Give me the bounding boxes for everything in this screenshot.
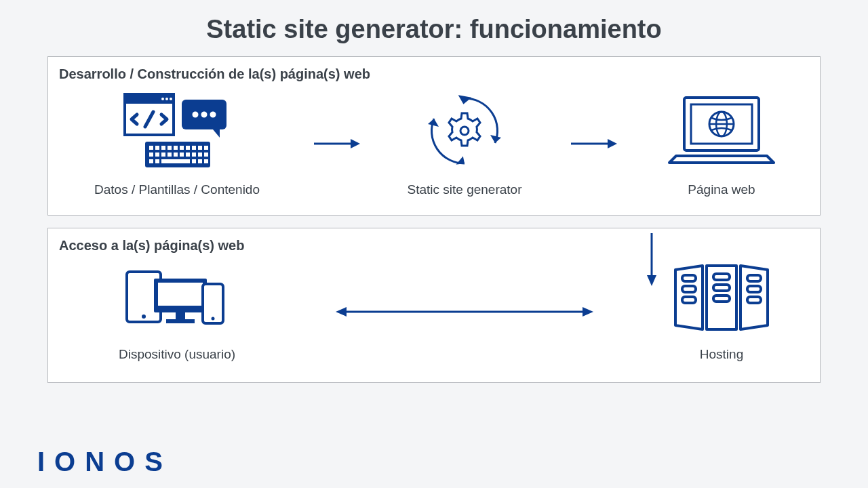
laptop-globe-icon — [664, 90, 779, 171]
svg-point-9 — [201, 112, 208, 118]
svg-rect-58 — [176, 312, 185, 319]
svg-rect-16 — [174, 146, 178, 150]
panel-access: Acceso a la(s) página(s) web — [47, 228, 821, 383]
svg-point-55 — [142, 314, 146, 319]
arrow-right-icon — [570, 136, 617, 152]
svg-rect-57 — [158, 283, 203, 306]
svg-rect-32 — [149, 159, 153, 163]
step-webpage-label: Página web — [688, 182, 755, 197]
svg-rect-30 — [198, 152, 202, 157]
panel-access-row: Dispositivo (usuario) — [48, 256, 820, 382]
svg-rect-59 — [166, 319, 195, 323]
svg-point-3 — [165, 98, 168, 100]
server-icon — [667, 262, 776, 336]
svg-line-5 — [145, 112, 153, 127]
svg-rect-65 — [707, 266, 736, 329]
gear-cycle-icon — [420, 90, 509, 171]
svg-marker-40 — [457, 95, 472, 105]
svg-rect-36 — [198, 159, 202, 163]
svg-rect-20 — [198, 146, 202, 150]
svg-point-8 — [193, 112, 199, 118]
svg-rect-18 — [186, 146, 190, 150]
arrow-bidirectional-icon — [285, 304, 644, 320]
svg-rect-23 — [155, 152, 159, 157]
svg-rect-24 — [161, 152, 165, 157]
svg-point-44 — [460, 127, 469, 135]
arrow-down-icon — [645, 233, 658, 286]
svg-rect-37 — [204, 159, 208, 163]
svg-rect-27 — [180, 152, 184, 157]
svg-marker-7 — [213, 129, 220, 138]
svg-rect-13 — [155, 146, 159, 150]
svg-rect-35 — [192, 159, 196, 163]
step-data-templates: Datos / Plantillas / Contenido — [68, 90, 285, 197]
node-device-label: Dispositivo (usuario) — [119, 347, 235, 362]
svg-rect-28 — [186, 152, 190, 157]
svg-rect-15 — [167, 146, 172, 150]
step-webpage: Página web — [644, 90, 800, 197]
svg-point-61 — [212, 317, 215, 321]
svg-marker-53 — [647, 275, 656, 286]
step-data-label: Datos / Plantillas / Contenido — [94, 182, 260, 197]
step-generator-label: Static site generator — [408, 182, 522, 197]
node-device: Dispositivo (usuario) — [68, 262, 285, 362]
panel-development-heading: Desarrollo / Construcción de la(s) págin… — [48, 57, 820, 85]
svg-rect-34 — [161, 159, 190, 163]
panel-access-heading: Acceso a la(s) página(s) web — [48, 228, 820, 256]
svg-rect-21 — [204, 146, 208, 150]
svg-marker-63 — [336, 307, 347, 317]
arrow-right-icon — [313, 136, 360, 152]
panel-development: Desarrollo / Construcción de la(s) págin… — [47, 56, 821, 216]
svg-point-10 — [210, 112, 216, 118]
node-hosting-label: Hosting — [700, 347, 743, 362]
svg-rect-12 — [149, 146, 153, 150]
svg-rect-22 — [149, 152, 153, 157]
svg-rect-31 — [204, 152, 208, 157]
brand-logo: IONOS — [37, 447, 172, 477]
svg-point-4 — [170, 98, 172, 100]
svg-rect-25 — [167, 152, 172, 157]
svg-marker-39 — [351, 139, 360, 148]
page-title: Static site generator: funcionamiento — [0, 0, 868, 56]
svg-point-2 — [161, 98, 164, 100]
code-keyboard-chat-icon — [119, 90, 235, 171]
svg-rect-33 — [155, 159, 159, 163]
svg-rect-17 — [180, 146, 184, 150]
panel-development-row: Datos / Plantillas / Contenido — [48, 85, 820, 215]
svg-rect-26 — [174, 152, 178, 157]
svg-marker-42 — [456, 155, 465, 166]
svg-marker-46 — [608, 139, 617, 148]
svg-rect-14 — [161, 146, 165, 150]
step-generator: Static site generator — [387, 90, 542, 197]
svg-rect-29 — [192, 152, 196, 157]
node-hosting: Hosting — [644, 262, 800, 362]
svg-marker-64 — [583, 307, 593, 317]
svg-marker-43 — [428, 119, 439, 127]
devices-icon — [123, 262, 231, 336]
svg-marker-41 — [490, 135, 501, 143]
svg-rect-19 — [192, 146, 196, 150]
